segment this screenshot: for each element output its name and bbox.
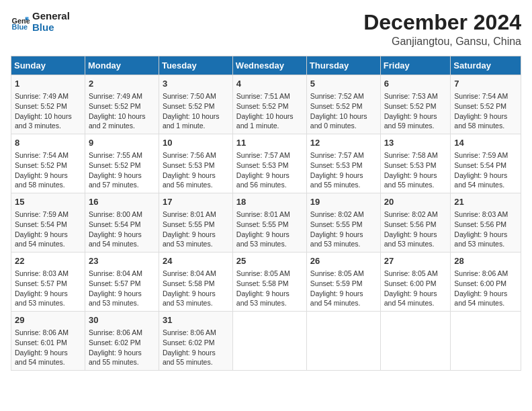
day-number: 15 <box>15 196 81 208</box>
week-row-4: 22Sunrise: 8:03 AM Sunset: 5:57 PM Dayli… <box>11 253 521 312</box>
day-info: Sunrise: 8:00 AM Sunset: 5:54 PM Dayligh… <box>89 210 155 249</box>
day-number: 10 <box>163 137 229 149</box>
day-info: Sunrise: 7:59 AM Sunset: 5:54 PM Dayligh… <box>454 150 517 190</box>
day-cell: 15Sunrise: 7:59 AM Sunset: 5:54 PM Dayli… <box>11 193 85 253</box>
day-cell: 16Sunrise: 8:00 AM Sunset: 5:54 PM Dayli… <box>85 193 159 253</box>
day-info: Sunrise: 8:01 AM Sunset: 5:55 PM Dayligh… <box>163 210 229 249</box>
day-number: 6 <box>384 78 447 90</box>
day-info: Sunrise: 8:06 AM Sunset: 6:00 PM Dayligh… <box>454 269 517 308</box>
day-info: Sunrise: 8:01 AM Sunset: 5:55 PM Dayligh… <box>236 210 303 249</box>
day-cell: 12Sunrise: 7:57 AM Sunset: 5:53 PM Dayli… <box>306 134 380 193</box>
day-info: Sunrise: 7:55 AM Sunset: 5:52 PM Dayligh… <box>89 150 155 190</box>
day-number: 11 <box>236 137 303 149</box>
subtitle: Ganjiangtou, Gansu, China <box>363 36 521 48</box>
day-cell: 24Sunrise: 8:04 AM Sunset: 5:58 PM Dayli… <box>159 253 232 312</box>
day-number: 9 <box>89 137 155 149</box>
day-info: Sunrise: 7:57 AM Sunset: 5:53 PM Dayligh… <box>310 150 377 190</box>
calendar-table: SundayMondayTuesdayWednesdayThursdayFrid… <box>11 56 521 371</box>
day-cell <box>380 311 451 370</box>
day-number: 25 <box>236 255 303 267</box>
title-block: December 2024 Ganjiangtou, Gansu, China <box>363 11 521 48</box>
day-info: Sunrise: 8:03 AM Sunset: 5:57 PM Dayligh… <box>15 269 81 308</box>
logo-line2: Blue <box>32 22 70 34</box>
dow-monday: Monday <box>85 56 159 75</box>
logo: General Blue General Blue <box>11 11 70 33</box>
day-cell <box>306 311 380 370</box>
day-cell: 9Sunrise: 7:55 AM Sunset: 5:52 PM Daylig… <box>85 134 159 193</box>
day-cell: 4Sunrise: 7:51 AM Sunset: 5:52 PM Daylig… <box>232 75 306 134</box>
day-number: 21 <box>454 196 517 208</box>
day-info: Sunrise: 8:03 AM Sunset: 5:56 PM Dayligh… <box>454 210 517 249</box>
dow-friday: Friday <box>380 56 451 75</box>
day-info: Sunrise: 7:56 AM Sunset: 5:53 PM Dayligh… <box>163 150 229 190</box>
day-number: 19 <box>310 196 377 208</box>
day-number: 16 <box>89 196 155 208</box>
day-cell: 11Sunrise: 7:57 AM Sunset: 5:53 PM Dayli… <box>232 134 306 193</box>
day-cell: 3Sunrise: 7:50 AM Sunset: 5:52 PM Daylig… <box>159 75 232 134</box>
day-info: Sunrise: 8:06 AM Sunset: 6:02 PM Dayligh… <box>163 328 229 367</box>
day-number: 23 <box>89 255 155 267</box>
day-cell: 7Sunrise: 7:54 AM Sunset: 5:52 PM Daylig… <box>451 75 521 134</box>
logo-line1: General <box>32 11 70 22</box>
day-number: 8 <box>15 137 81 149</box>
day-number: 18 <box>236 196 303 208</box>
week-row-5: 29Sunrise: 8:06 AM Sunset: 6:01 PM Dayli… <box>11 311 521 370</box>
day-number: 27 <box>384 255 447 267</box>
day-cell: 20Sunrise: 8:02 AM Sunset: 5:56 PM Dayli… <box>380 193 451 253</box>
day-cell: 21Sunrise: 8:03 AM Sunset: 5:56 PM Dayli… <box>451 193 521 253</box>
day-cell: 5Sunrise: 7:52 AM Sunset: 5:52 PM Daylig… <box>306 75 380 134</box>
day-number: 31 <box>163 314 229 326</box>
dow-thursday: Thursday <box>306 56 380 75</box>
day-info: Sunrise: 8:02 AM Sunset: 5:55 PM Dayligh… <box>310 210 377 249</box>
day-number: 20 <box>384 196 447 208</box>
day-cell: 8Sunrise: 7:54 AM Sunset: 5:52 PM Daylig… <box>11 134 85 193</box>
day-cell: 22Sunrise: 8:03 AM Sunset: 5:57 PM Dayli… <box>11 253 85 312</box>
day-info: Sunrise: 8:04 AM Sunset: 5:57 PM Dayligh… <box>89 269 155 308</box>
day-cell: 17Sunrise: 8:01 AM Sunset: 5:55 PM Dayli… <box>159 193 232 253</box>
day-cell <box>232 311 306 370</box>
day-info: Sunrise: 7:53 AM Sunset: 5:52 PM Dayligh… <box>384 91 447 131</box>
main-title: December 2024 <box>363 11 521 34</box>
day-cell: 2Sunrise: 7:49 AM Sunset: 5:52 PM Daylig… <box>85 75 159 134</box>
day-number: 14 <box>454 137 517 149</box>
day-number: 24 <box>163 255 229 267</box>
day-cell: 30Sunrise: 8:06 AM Sunset: 6:02 PM Dayli… <box>85 311 159 370</box>
day-cell: 6Sunrise: 7:53 AM Sunset: 5:52 PM Daylig… <box>380 75 451 134</box>
svg-text:Blue: Blue <box>12 22 28 30</box>
day-info: Sunrise: 8:05 AM Sunset: 5:59 PM Dayligh… <box>310 269 377 308</box>
day-number: 28 <box>454 255 517 267</box>
dow-tuesday: Tuesday <box>159 56 232 75</box>
day-cell: 27Sunrise: 8:05 AM Sunset: 6:00 PM Dayli… <box>380 253 451 312</box>
day-cell <box>451 311 521 370</box>
day-info: Sunrise: 8:05 AM Sunset: 6:00 PM Dayligh… <box>384 269 447 308</box>
week-row-1: 1Sunrise: 7:49 AM Sunset: 5:52 PM Daylig… <box>11 75 521 134</box>
day-cell: 13Sunrise: 7:58 AM Sunset: 5:53 PM Dayli… <box>380 134 451 193</box>
day-number: 3 <box>163 78 229 90</box>
day-cell: 1Sunrise: 7:49 AM Sunset: 5:52 PM Daylig… <box>11 75 85 134</box>
day-cell: 29Sunrise: 8:06 AM Sunset: 6:01 PM Dayli… <box>11 311 85 370</box>
day-cell: 23Sunrise: 8:04 AM Sunset: 5:57 PM Dayli… <box>85 253 159 312</box>
day-number: 30 <box>89 314 155 326</box>
logo-icon: General Blue <box>11 13 30 32</box>
day-number: 12 <box>310 137 377 149</box>
day-cell: 28Sunrise: 8:06 AM Sunset: 6:00 PM Dayli… <box>451 253 521 312</box>
dow-wednesday: Wednesday <box>232 56 306 75</box>
calendar-body: 1Sunrise: 7:49 AM Sunset: 5:52 PM Daylig… <box>11 75 521 371</box>
day-cell: 14Sunrise: 7:59 AM Sunset: 5:54 PM Dayli… <box>451 134 521 193</box>
day-info: Sunrise: 7:51 AM Sunset: 5:52 PM Dayligh… <box>236 91 303 131</box>
day-info: Sunrise: 7:49 AM Sunset: 5:52 PM Dayligh… <box>89 91 155 131</box>
day-info: Sunrise: 8:02 AM Sunset: 5:56 PM Dayligh… <box>384 210 447 249</box>
day-number: 13 <box>384 137 447 149</box>
day-info: Sunrise: 7:54 AM Sunset: 5:52 PM Dayligh… <box>454 91 517 131</box>
day-cell: 26Sunrise: 8:05 AM Sunset: 5:59 PM Dayli… <box>306 253 380 312</box>
day-number: 1 <box>15 78 81 90</box>
day-info: Sunrise: 8:06 AM Sunset: 6:02 PM Dayligh… <box>89 328 155 367</box>
day-info: Sunrise: 7:59 AM Sunset: 5:54 PM Dayligh… <box>15 210 81 249</box>
day-info: Sunrise: 7:54 AM Sunset: 5:52 PM Dayligh… <box>15 150 81 190</box>
day-info: Sunrise: 7:57 AM Sunset: 5:53 PM Dayligh… <box>236 150 303 190</box>
day-info: Sunrise: 8:05 AM Sunset: 5:58 PM Dayligh… <box>236 269 303 308</box>
header: General Blue General Blue December 2024 … <box>11 11 521 48</box>
day-info: Sunrise: 7:58 AM Sunset: 5:53 PM Dayligh… <box>384 150 447 190</box>
day-info: Sunrise: 8:06 AM Sunset: 6:01 PM Dayligh… <box>15 328 81 367</box>
day-of-week-header: SundayMondayTuesdayWednesdayThursdayFrid… <box>11 56 521 75</box>
